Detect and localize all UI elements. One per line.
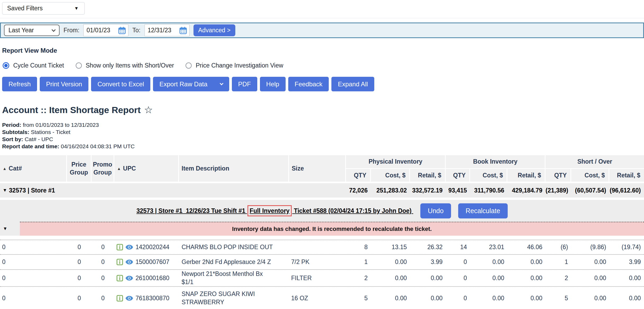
book-qty-cell: 14 xyxy=(446,244,470,251)
short-qty-cell: 5 xyxy=(546,295,571,302)
book-cost-cell: 0.00 xyxy=(470,275,507,282)
upc-value: 1500007607 xyxy=(136,258,169,266)
feedback-button[interactable]: Feedback xyxy=(288,77,329,91)
calendar-icon[interactable] xyxy=(179,26,187,34)
date-range-select[interactable]: Last Year xyxy=(4,25,60,36)
book-cost-cell: 23.01 xyxy=(470,244,507,251)
book-cost-cell: 0.00 xyxy=(470,295,507,302)
item-description-cell: Gerber 2Nd Fd Applesauce 2/4 Z xyxy=(179,258,289,266)
view-item-eye-icon[interactable] xyxy=(125,276,133,281)
convert-to-excel-button[interactable]: Convert to Excel xyxy=(91,77,150,91)
short-cost-cell: (9.86) xyxy=(571,244,609,251)
calendar-icon[interactable] xyxy=(118,26,126,34)
print-version-button[interactable]: Print Version xyxy=(40,77,88,91)
upc-cell: 2610001680 xyxy=(114,275,179,282)
phys-qty-cell: 8 xyxy=(346,244,371,251)
view-item-eye-icon[interactable] xyxy=(125,296,133,301)
item-info-icon[interactable] xyxy=(116,244,123,250)
export-raw-data-button[interactable]: Export Raw Data xyxy=(153,77,229,91)
phys-retail-cell: 26.32 xyxy=(410,244,446,251)
radio-label: Price Change Investigation View xyxy=(196,62,283,69)
radio-button xyxy=(186,62,192,69)
chevron-down-icon xyxy=(52,28,56,32)
promo-group-cell: 0 xyxy=(92,244,114,251)
help-button[interactable]: Help xyxy=(260,77,286,91)
book-retail-cell: 0.00 xyxy=(507,258,546,266)
subheader-qty: QTY xyxy=(346,169,371,182)
pdf-button[interactable]: PDF xyxy=(232,77,257,91)
page-title-row: Account :: Item Shortage Report ☆ xyxy=(2,104,644,116)
chevron-down-icon xyxy=(220,82,223,85)
phys-retail-cell: 0.00 xyxy=(410,275,446,282)
subheader-cost: Cost, $ xyxy=(371,169,410,182)
book-retail-cell: 46.06 xyxy=(507,244,546,251)
upc-value: 1420020244 xyxy=(136,244,169,251)
cat-cell: 0 xyxy=(0,295,67,302)
phys-cost-cell: 0.00 xyxy=(371,258,410,266)
upc-value: 7618300870 xyxy=(136,295,169,302)
upc-cell: 1500007607 xyxy=(114,258,179,266)
subheader-retail: Retail, $ xyxy=(507,169,546,182)
short-retail-cell: 0.00 xyxy=(609,275,644,282)
to-label: To: xyxy=(132,27,141,34)
collapse-icon[interactable]: ▼ xyxy=(3,226,7,231)
view-item-eye-icon[interactable] xyxy=(125,259,133,265)
book-qty-cell: 0 xyxy=(446,295,470,302)
item-description-cell: SNAP ZERO SUGAR KIWI STRAWBERRY xyxy=(179,290,289,306)
recalculate-button[interactable]: Recalculate xyxy=(458,203,508,218)
table-row: 0 0 0 1420020244 CHARMS BLO POP INSIDE O… xyxy=(0,240,644,255)
refresh-button[interactable]: Refresh xyxy=(2,77,37,91)
ticket-link[interactable]: 32573 | Store #1 12/26/23 Tue Shift #1 F… xyxy=(136,207,413,214)
size-cell: FILTER xyxy=(289,275,346,282)
item-description-cell: Newport 21*Boost Menthol Bx $1/1 xyxy=(179,270,289,286)
favorite-star-icon[interactable]: ☆ xyxy=(144,104,153,116)
cat-cell: 0 xyxy=(0,244,67,251)
store-short-qty: (21,389) xyxy=(546,187,571,194)
subheader-cost: Cost, $ xyxy=(470,169,507,182)
subheader-retail: Retail, $ xyxy=(609,169,644,182)
from-date-input[interactable]: 01/01/23 xyxy=(83,24,128,36)
collapse-icon[interactable]: ▼ xyxy=(3,188,7,193)
to-date-input[interactable]: 12/31/23 xyxy=(145,24,190,36)
report-meta: Period: from 01/01/2023 to 12/31/2023 Su… xyxy=(2,121,644,150)
undo-button[interactable]: Undo xyxy=(420,203,451,218)
item-info-icon[interactable] xyxy=(116,275,123,281)
column-header-item-description: Item Description xyxy=(179,155,289,182)
radio-show-only-short-over[interactable]: Show only Items with Short/Over xyxy=(76,62,174,69)
upc-cell: 1420020244 xyxy=(114,244,179,251)
subheader-cost: Cost, $ xyxy=(571,169,609,182)
table-row: 0 0 0 2610001680 Newport 21*Boost Mentho… xyxy=(0,270,644,287)
size-cell: 16 OZ xyxy=(289,295,346,302)
column-header-upc[interactable]: ▲ UPC xyxy=(114,155,179,182)
phys-retail-cell: 0.00 xyxy=(410,295,446,302)
item-info-icon[interactable] xyxy=(116,259,123,265)
table-header: ▲ Cat# Price Group Promo Group ▲ UPC Ite… xyxy=(0,155,644,182)
book-qty-cell: 0 xyxy=(446,258,470,266)
advanced-button[interactable]: Advanced > xyxy=(193,24,235,36)
phys-cost-cell: 0.00 xyxy=(371,295,410,302)
short-cost-cell: 0.00 xyxy=(571,275,609,282)
to-date-value: 12/31/23 xyxy=(148,27,172,34)
date-filter-bar: Last Year From: 01/01/23 To: 12/31/23 Ad… xyxy=(0,23,644,38)
full-inventory-highlight: Full Inventory xyxy=(247,205,292,216)
short-retail-cell: 3.99 xyxy=(609,258,644,266)
store-subtotal-row: ▼ 32573 | Store #1 72,026 251,283.02 332… xyxy=(0,183,644,198)
book-retail-cell: 0.00 xyxy=(507,295,546,302)
radio-cycle-count-ticket[interactable]: Cycle Count Ticket xyxy=(3,62,64,69)
expand-all-button[interactable]: Expand All xyxy=(331,77,374,91)
radio-button xyxy=(76,62,82,69)
promo-group-cell: 0 xyxy=(92,258,114,266)
export-raw-data-label: Export Raw Data xyxy=(159,80,207,88)
upc-cell: 7618300870 xyxy=(114,295,179,302)
store-phys-cost: 251,283.02 xyxy=(371,187,410,194)
item-info-icon[interactable] xyxy=(116,295,123,302)
top-bar: Saved Filters ▼ xyxy=(0,0,644,18)
meta-period: Period: from 01/01/2023 to 12/31/2023 xyxy=(2,121,644,128)
radio-price-change-investigation[interactable]: Price Change Investigation View xyxy=(186,62,283,69)
book-retail-cell: 0.00 xyxy=(507,275,546,282)
store-book-qty: 93,415 xyxy=(446,187,470,194)
column-header-size: Size xyxy=(289,155,346,182)
view-item-eye-icon[interactable] xyxy=(125,245,133,250)
saved-filters-dropdown[interactable]: Saved Filters ▼ xyxy=(2,2,85,15)
column-header-cat[interactable]: ▲ Cat# xyxy=(0,155,67,182)
